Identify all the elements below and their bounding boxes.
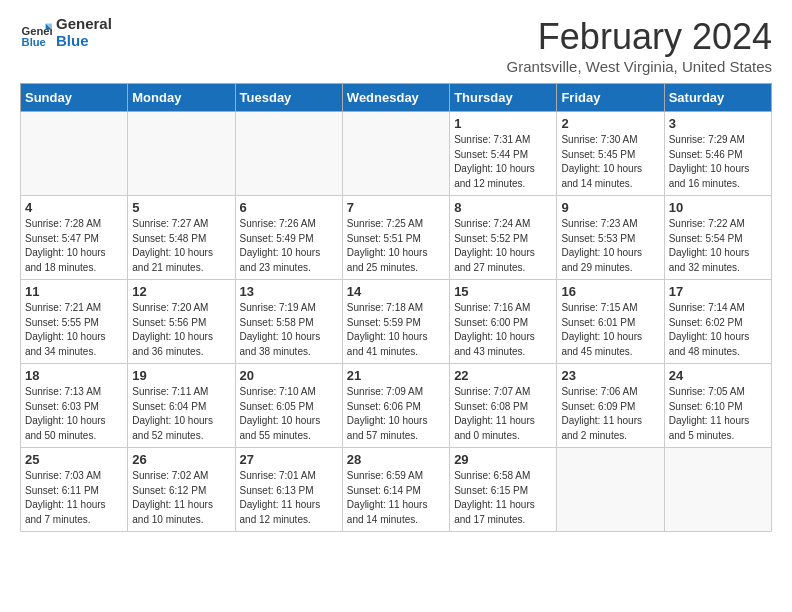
day-number: 11	[25, 284, 123, 299]
day-number: 19	[132, 368, 230, 383]
day-info: Sunrise: 7:06 AM Sunset: 6:09 PM Dayligh…	[561, 385, 659, 443]
calendar-day: 15Sunrise: 7:16 AM Sunset: 6:00 PM Dayli…	[450, 280, 557, 364]
day-number: 18	[25, 368, 123, 383]
calendar-day: 25Sunrise: 7:03 AM Sunset: 6:11 PM Dayli…	[21, 448, 128, 532]
day-info: Sunrise: 7:16 AM Sunset: 6:00 PM Dayligh…	[454, 301, 552, 359]
calendar-day: 18Sunrise: 7:13 AM Sunset: 6:03 PM Dayli…	[21, 364, 128, 448]
day-number: 29	[454, 452, 552, 467]
calendar-week-3: 11Sunrise: 7:21 AM Sunset: 5:55 PM Dayli…	[21, 280, 772, 364]
calendar-day: 7Sunrise: 7:25 AM Sunset: 5:51 PM Daylig…	[342, 196, 449, 280]
calendar-day: 28Sunrise: 6:59 AM Sunset: 6:14 PM Dayli…	[342, 448, 449, 532]
day-info: Sunrise: 7:27 AM Sunset: 5:48 PM Dayligh…	[132, 217, 230, 275]
day-number: 10	[669, 200, 767, 215]
day-number: 17	[669, 284, 767, 299]
calendar-day: 20Sunrise: 7:10 AM Sunset: 6:05 PM Dayli…	[235, 364, 342, 448]
calendar-day: 3Sunrise: 7:29 AM Sunset: 5:46 PM Daylig…	[664, 112, 771, 196]
calendar-day	[557, 448, 664, 532]
day-info: Sunrise: 7:24 AM Sunset: 5:52 PM Dayligh…	[454, 217, 552, 275]
day-info: Sunrise: 7:02 AM Sunset: 6:12 PM Dayligh…	[132, 469, 230, 527]
day-number: 21	[347, 368, 445, 383]
col-monday: Monday	[128, 84, 235, 112]
col-saturday: Saturday	[664, 84, 771, 112]
day-info: Sunrise: 7:20 AM Sunset: 5:56 PM Dayligh…	[132, 301, 230, 359]
day-info: Sunrise: 7:11 AM Sunset: 6:04 PM Dayligh…	[132, 385, 230, 443]
calendar-day	[21, 112, 128, 196]
logo-line1: General	[56, 15, 112, 32]
day-info: Sunrise: 6:59 AM Sunset: 6:14 PM Dayligh…	[347, 469, 445, 527]
day-number: 25	[25, 452, 123, 467]
page-container: General Blue General Blue February 2024 …	[0, 0, 792, 548]
day-info: Sunrise: 7:31 AM Sunset: 5:44 PM Dayligh…	[454, 133, 552, 191]
calendar-day: 13Sunrise: 7:19 AM Sunset: 5:58 PM Dayli…	[235, 280, 342, 364]
month-title: February 2024	[507, 16, 772, 58]
calendar-day	[664, 448, 771, 532]
calendar-week-5: 25Sunrise: 7:03 AM Sunset: 6:11 PM Dayli…	[21, 448, 772, 532]
calendar-day: 9Sunrise: 7:23 AM Sunset: 5:53 PM Daylig…	[557, 196, 664, 280]
day-number: 22	[454, 368, 552, 383]
calendar-header-row: Sunday Monday Tuesday Wednesday Thursday…	[21, 84, 772, 112]
calendar-week-4: 18Sunrise: 7:13 AM Sunset: 6:03 PM Dayli…	[21, 364, 772, 448]
logo-icon: General Blue	[20, 17, 52, 49]
day-number: 5	[132, 200, 230, 215]
calendar-day: 10Sunrise: 7:22 AM Sunset: 5:54 PM Dayli…	[664, 196, 771, 280]
day-number: 1	[454, 116, 552, 131]
col-thursday: Thursday	[450, 84, 557, 112]
title-block: February 2024 Grantsville, West Virginia…	[507, 16, 772, 75]
day-number: 13	[240, 284, 338, 299]
day-number: 6	[240, 200, 338, 215]
day-number: 12	[132, 284, 230, 299]
calendar-day: 19Sunrise: 7:11 AM Sunset: 6:04 PM Dayli…	[128, 364, 235, 448]
calendar-day: 17Sunrise: 7:14 AM Sunset: 6:02 PM Dayli…	[664, 280, 771, 364]
calendar-day: 29Sunrise: 6:58 AM Sunset: 6:15 PM Dayli…	[450, 448, 557, 532]
day-number: 15	[454, 284, 552, 299]
calendar-day: 23Sunrise: 7:06 AM Sunset: 6:09 PM Dayli…	[557, 364, 664, 448]
day-info: Sunrise: 7:05 AM Sunset: 6:10 PM Dayligh…	[669, 385, 767, 443]
day-info: Sunrise: 7:22 AM Sunset: 5:54 PM Dayligh…	[669, 217, 767, 275]
day-info: Sunrise: 7:28 AM Sunset: 5:47 PM Dayligh…	[25, 217, 123, 275]
calendar-day: 21Sunrise: 7:09 AM Sunset: 6:06 PM Dayli…	[342, 364, 449, 448]
logo-line2: Blue	[56, 33, 112, 50]
logo-text: General Blue	[56, 16, 112, 49]
calendar-day: 1Sunrise: 7:31 AM Sunset: 5:44 PM Daylig…	[450, 112, 557, 196]
day-number: 14	[347, 284, 445, 299]
day-info: Sunrise: 7:03 AM Sunset: 6:11 PM Dayligh…	[25, 469, 123, 527]
day-info: Sunrise: 7:30 AM Sunset: 5:45 PM Dayligh…	[561, 133, 659, 191]
calendar-table: Sunday Monday Tuesday Wednesday Thursday…	[20, 83, 772, 532]
day-number: 3	[669, 116, 767, 131]
calendar-day: 4Sunrise: 7:28 AM Sunset: 5:47 PM Daylig…	[21, 196, 128, 280]
col-tuesday: Tuesday	[235, 84, 342, 112]
col-wednesday: Wednesday	[342, 84, 449, 112]
col-friday: Friday	[557, 84, 664, 112]
day-info: Sunrise: 7:23 AM Sunset: 5:53 PM Dayligh…	[561, 217, 659, 275]
day-info: Sunrise: 7:21 AM Sunset: 5:55 PM Dayligh…	[25, 301, 123, 359]
calendar-day	[342, 112, 449, 196]
day-info: Sunrise: 6:58 AM Sunset: 6:15 PM Dayligh…	[454, 469, 552, 527]
day-number: 8	[454, 200, 552, 215]
logo: General Blue General Blue	[20, 16, 112, 49]
calendar-day	[235, 112, 342, 196]
day-number: 9	[561, 200, 659, 215]
calendar-day: 6Sunrise: 7:26 AM Sunset: 5:49 PM Daylig…	[235, 196, 342, 280]
calendar-day: 2Sunrise: 7:30 AM Sunset: 5:45 PM Daylig…	[557, 112, 664, 196]
day-number: 2	[561, 116, 659, 131]
day-number: 23	[561, 368, 659, 383]
day-info: Sunrise: 7:26 AM Sunset: 5:49 PM Dayligh…	[240, 217, 338, 275]
location-title: Grantsville, West Virginia, United State…	[507, 58, 772, 75]
day-number: 4	[25, 200, 123, 215]
day-number: 24	[669, 368, 767, 383]
calendar-day: 11Sunrise: 7:21 AM Sunset: 5:55 PM Dayli…	[21, 280, 128, 364]
calendar-day: 14Sunrise: 7:18 AM Sunset: 5:59 PM Dayli…	[342, 280, 449, 364]
svg-text:Blue: Blue	[22, 35, 46, 47]
calendar-day: 16Sunrise: 7:15 AM Sunset: 6:01 PM Dayli…	[557, 280, 664, 364]
calendar-day: 27Sunrise: 7:01 AM Sunset: 6:13 PM Dayli…	[235, 448, 342, 532]
col-sunday: Sunday	[21, 84, 128, 112]
calendar-day: 5Sunrise: 7:27 AM Sunset: 5:48 PM Daylig…	[128, 196, 235, 280]
day-info: Sunrise: 7:07 AM Sunset: 6:08 PM Dayligh…	[454, 385, 552, 443]
calendar-day: 8Sunrise: 7:24 AM Sunset: 5:52 PM Daylig…	[450, 196, 557, 280]
day-number: 27	[240, 452, 338, 467]
calendar-day: 12Sunrise: 7:20 AM Sunset: 5:56 PM Dayli…	[128, 280, 235, 364]
day-info: Sunrise: 7:10 AM Sunset: 6:05 PM Dayligh…	[240, 385, 338, 443]
day-info: Sunrise: 7:18 AM Sunset: 5:59 PM Dayligh…	[347, 301, 445, 359]
day-info: Sunrise: 7:19 AM Sunset: 5:58 PM Dayligh…	[240, 301, 338, 359]
day-info: Sunrise: 7:29 AM Sunset: 5:46 PM Dayligh…	[669, 133, 767, 191]
